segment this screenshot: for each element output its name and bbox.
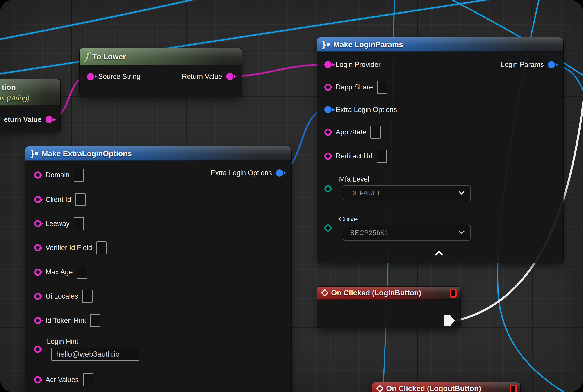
- string-output-pin[interactable]: [46, 116, 53, 123]
- value-input[interactable]: [370, 126, 381, 139]
- exec-output-pin[interactable]: [444, 315, 455, 326]
- node-partial-gettext[interactable]: tion ox (String) eturn Value: [0, 79, 60, 132]
- pin-label: Ui Locales: [46, 292, 78, 300]
- node-to-lower[interactable]: ƒ To Lower Source String Return Value: [80, 48, 242, 97]
- string-input-pin[interactable]: [34, 172, 42, 179]
- make-struct-icon: }: [30, 149, 38, 158]
- pin-label: Max Age: [46, 268, 73, 276]
- value-input[interactable]: [75, 193, 86, 206]
- node-title: Make ExtraLoginOptions: [42, 149, 132, 158]
- make-struct-icon: }: [322, 40, 330, 49]
- string-input-pin[interactable]: [34, 196, 42, 203]
- pin-row: Dapp Share: [324, 80, 387, 94]
- curve-value: SECP256K1: [350, 229, 389, 236]
- pin-row: Verifier Id Field: [34, 241, 106, 254]
- node-on-clicked-logoutbutton[interactable]: On Clicked (LogoutButton): [372, 382, 520, 392]
- curve-dropdown[interactable]: SECP256K1: [343, 225, 471, 240]
- string-input-pin[interactable]: [34, 220, 42, 227]
- node-make-login-params[interactable]: } Make LoginParams Login Params Login Pr…: [317, 38, 563, 263]
- node-header[interactable]: On Clicked (LoginButton): [317, 286, 460, 300]
- node-make-extra-login-options[interactable]: } Make ExtraLoginOptions Extra Login Opt…: [26, 146, 291, 392]
- node-header[interactable]: ƒ To Lower: [80, 48, 242, 65]
- enum-input-pin[interactable]: [324, 185, 332, 192]
- pin-label: eturn Value: [4, 116, 42, 124]
- pin-label: Source String: [98, 72, 140, 81]
- chevron-down-icon: [459, 229, 464, 234]
- delegate-square-icon[interactable]: [510, 385, 517, 392]
- enum-input-pin[interactable]: [324, 224, 332, 232]
- pin-label: Return Value: [182, 72, 222, 81]
- value-input[interactable]: [90, 314, 100, 327]
- value-input[interactable]: [83, 373, 93, 386]
- struct-output-pin[interactable]: [276, 170, 283, 177]
- pin-label: Domain: [46, 171, 70, 179]
- node-title: On Clicked (LogoutButton): [386, 384, 481, 392]
- node-header[interactable]: On Clicked (LogoutButton): [372, 382, 520, 392]
- pin-row: eturn Value: [4, 113, 53, 126]
- pin-label: Dapp Share: [336, 83, 373, 91]
- node-title-fragment: tion: [2, 83, 16, 92]
- pin-row: Login Params: [501, 58, 555, 72]
- event-icon: [376, 385, 384, 392]
- value-input[interactable]: [77, 266, 87, 279]
- pin-row: App State: [324, 126, 381, 139]
- struct-input-pin[interactable]: [324, 106, 332, 113]
- value-input[interactable]: [377, 150, 387, 163]
- delegate-square-icon[interactable]: [450, 289, 456, 298]
- string-input-pin[interactable]: [324, 152, 332, 160]
- value-input[interactable]: [74, 217, 84, 230]
- pin-row: Client Id: [34, 193, 86, 206]
- string-input-pin[interactable]: [34, 376, 42, 384]
- string-input-pin[interactable]: [34, 346, 42, 353]
- enum-label: Mfa Level: [339, 175, 369, 184]
- function-icon: ƒ: [85, 52, 89, 61]
- pin-row: Max Age: [34, 266, 87, 279]
- pin-label: Id Token Hint: [46, 316, 86, 325]
- pin-label: Extra Login Options: [336, 106, 397, 114]
- pin-row: Domain: [34, 168, 84, 182]
- string-input-pin[interactable]: [324, 84, 332, 91]
- string-output-pin[interactable]: [226, 73, 234, 80]
- pin-row: Ui Locales: [34, 290, 92, 303]
- string-input-pin[interactable]: [324, 61, 332, 68]
- pin-row: Extra Login Options: [324, 103, 397, 116]
- pin-label: Extra Login Options: [211, 169, 272, 177]
- string-input-pin[interactable]: [34, 293, 42, 300]
- background-wire[interactable]: [0, 0, 222, 40]
- pin-label: Redirect Url: [336, 152, 372, 160]
- pin-label: Leeway: [46, 220, 70, 228]
- node-title: To Lower: [92, 52, 126, 61]
- pin-label: App State: [336, 128, 366, 136]
- pin-label: Login Params: [501, 60, 544, 69]
- string-input-pin[interactable]: [34, 317, 42, 324]
- string-input-pin[interactable]: [34, 244, 42, 252]
- struct-output-pin[interactable]: [548, 61, 555, 68]
- node-header[interactable]: tion ox (String): [0, 79, 60, 106]
- pin-row: Id Token Hint: [34, 314, 100, 327]
- pin-label: Login Hint: [47, 338, 78, 346]
- event-icon: [321, 289, 329, 297]
- pin-label: Login Provider: [336, 60, 381, 69]
- node-header[interactable]: } Make ExtraLoginOptions: [26, 146, 291, 161]
- node-header[interactable]: } Make LoginParams: [317, 38, 563, 52]
- pin-row: Source String: [87, 70, 140, 83]
- mfa-level-dropdown[interactable]: DEFAULT: [343, 185, 471, 201]
- node-title: Make LoginParams: [334, 40, 403, 49]
- collapse-pins-button[interactable]: [435, 251, 443, 259]
- pin-row: Leeway: [34, 217, 84, 230]
- pin-label: Verifier Id Field: [46, 244, 92, 252]
- login-hint-input[interactable]: hello@web3auth.io: [51, 348, 140, 361]
- value-input[interactable]: [82, 290, 92, 303]
- node-title: On Clicked (LoginButton): [331, 288, 421, 297]
- value-input[interactable]: [377, 81, 387, 94]
- string-input-pin[interactable]: [87, 73, 94, 80]
- node-on-clicked-loginbutton[interactable]: On Clicked (LoginButton): [317, 286, 460, 328]
- pin-row: Login Provider: [324, 58, 381, 72]
- string-input-pin[interactable]: [34, 268, 42, 276]
- blueprint-canvas[interactable]: tion ox (String) eturn Value ƒ To Lower …: [0, 0, 583, 392]
- value-input[interactable]: [74, 168, 84, 182]
- background-wire[interactable]: [0, 0, 222, 40]
- string-input-pin[interactable]: [324, 129, 332, 136]
- pin-label: Acr Values: [46, 376, 79, 384]
- value-input[interactable]: [96, 241, 106, 254]
